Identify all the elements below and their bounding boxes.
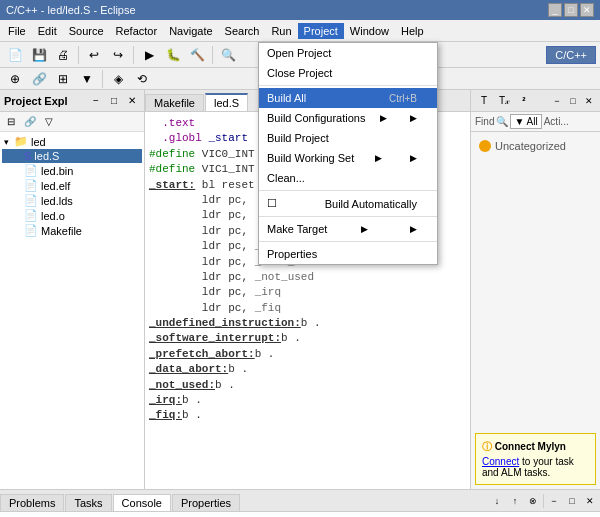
close-panel-button[interactable]: ✕: [124, 93, 140, 109]
tab-console[interactable]: Console: [113, 494, 171, 511]
file-makefile-icon: 📄: [24, 224, 38, 237]
tab-properties[interactable]: Properties: [172, 494, 240, 511]
close-button[interactable]: ✕: [580, 3, 594, 17]
build-working-set-label: Build Working Set: [267, 152, 354, 164]
menu-source[interactable]: Source: [63, 23, 110, 39]
menu-navigate[interactable]: Navigate: [163, 23, 218, 39]
debug-button[interactable]: 🐛: [162, 44, 184, 66]
menu-item-build-auto[interactable]: ☐ Build Automatically: [259, 193, 437, 214]
menu-item-build-all[interactable]: Build All Ctrl+B: [259, 88, 437, 108]
tb2-btn-1[interactable]: ⊕: [4, 68, 26, 90]
menu-edit[interactable]: Edit: [32, 23, 63, 39]
bottom-tabs: Problems Tasks Console Properties ↓ ↑ ⊗ …: [0, 490, 600, 512]
save-button[interactable]: 💾: [28, 44, 50, 66]
tb2-btn-5[interactable]: ◈: [107, 68, 129, 90]
perspective-button[interactable]: C/C++: [546, 46, 596, 64]
minimize-button[interactable]: _: [548, 3, 562, 17]
undo-button[interactable]: ↩: [83, 44, 105, 66]
console-content: C-Build [led] **** Build of configuratio…: [0, 512, 600, 517]
tree-label-led-bin: led.bin: [41, 165, 73, 177]
menu-item-make-target[interactable]: Make Target ▶: [259, 219, 437, 239]
build-configurations-label: Build Configurations: [267, 112, 365, 124]
tree-item-led-elf[interactable]: 📄 led.elf: [2, 178, 142, 193]
toolbar-separator-1: [78, 46, 79, 64]
menu-search[interactable]: Search: [219, 23, 266, 39]
tb2-btn-6[interactable]: ⟲: [131, 68, 153, 90]
menu-item-close-project[interactable]: Close Project: [259, 63, 437, 83]
project-dropdown-menu[interactable]: Open Project Close Project Build All Ctr…: [258, 42, 438, 265]
right-panel-content: Uncategorized: [471, 132, 600, 429]
menu-item-build-project[interactable]: Build Project: [259, 128, 437, 148]
close-project-label: Close Project: [267, 67, 332, 79]
tree-item-led-lds[interactable]: 📄 led.lds: [2, 193, 142, 208]
tab-led-s[interactable]: led.S: [205, 93, 248, 111]
maximize-button[interactable]: □: [564, 3, 578, 17]
menu-refactor[interactable]: Refactor: [110, 23, 164, 39]
run-button[interactable]: ▶: [138, 44, 160, 66]
bottom-close-button[interactable]: ✕: [582, 493, 598, 509]
tab-tasks[interactable]: Tasks: [65, 494, 111, 511]
project-explorer-title: Project Expl: [4, 95, 68, 107]
tree-item-led-bin[interactable]: 📄 led.bin: [2, 163, 142, 178]
project-tree[interactable]: ▾ 📁 led S led.S 📄 led.bin 📄 led.elf: [0, 132, 144, 489]
build-button[interactable]: 🔨: [186, 44, 208, 66]
bottom-down-button[interactable]: ↓: [489, 493, 505, 509]
collapse-all-button[interactable]: ⊟: [2, 113, 20, 131]
window-controls[interactable]: _ □ ✕: [548, 3, 594, 17]
editor-line-13: ldr pc, _irq: [149, 285, 466, 300]
bottom-clear-button[interactable]: ⊗: [525, 493, 541, 509]
menu-run[interactable]: Run: [265, 23, 297, 39]
redo-button[interactable]: ↪: [107, 44, 129, 66]
tb2-btn-3[interactable]: ⊞: [52, 68, 74, 90]
build-working-set-arrow: ▶: [375, 153, 382, 163]
tree-item-makefile[interactable]: 📄 Makefile: [2, 223, 142, 238]
menu-file[interactable]: File: [2, 23, 32, 39]
editor-line-21: _irq:b .: [149, 393, 466, 408]
tree-item-led-root[interactable]: ▾ 📁 led: [2, 134, 142, 149]
rp-min-button[interactable]: −: [550, 94, 564, 108]
rp-tx-icon[interactable]: T𝓍: [495, 92, 513, 110]
tree-item-led-o[interactable]: 📄 led.o: [2, 208, 142, 223]
bottom-up-button[interactable]: ↑: [507, 493, 523, 509]
menu-window[interactable]: Window: [344, 23, 395, 39]
bottom-min-button[interactable]: −: [546, 493, 562, 509]
connect-mylyn-panel: ⓘ Connect Mylyn Connect to your task and…: [475, 433, 596, 485]
build-configurations-arrow: ▶: [380, 113, 387, 123]
tree-label-makefile: Makefile: [41, 225, 82, 237]
rp-max-button[interactable]: □: [566, 94, 580, 108]
tb2-btn-4[interactable]: ▼: [76, 68, 98, 90]
editor-line-17: _software_interrupt:b .: [149, 331, 466, 346]
menu-item-clean[interactable]: Clean...: [259, 168, 437, 188]
bottom-max-button[interactable]: □: [564, 493, 580, 509]
tab-problems[interactable]: Problems: [0, 494, 64, 511]
minimize-panel-button[interactable]: −: [88, 93, 104, 109]
new-button[interactable]: 📄: [4, 44, 26, 66]
rp-t-icon[interactable]: T: [475, 92, 493, 110]
make-target-label: Make Target: [267, 223, 327, 235]
menu-separator-4: [259, 241, 437, 242]
menu-item-build-working-set[interactable]: Build Working Set ▶: [259, 148, 437, 168]
tb2-btn-2[interactable]: 🔗: [28, 68, 50, 90]
maximize-panel-button[interactable]: □: [106, 93, 122, 109]
connect-mylyn-icon-row: ⓘ Connect Mylyn: [482, 440, 589, 454]
menu-item-build-configurations[interactable]: Build Configurations ▶: [259, 108, 437, 128]
rp-sup-icon[interactable]: ²: [515, 92, 533, 110]
search-button[interactable]: 🔍: [217, 44, 239, 66]
filter-button[interactable]: ▽: [40, 113, 58, 131]
build-all-label: Build All: [267, 92, 306, 104]
menu-help[interactable]: Help: [395, 23, 430, 39]
filter-all-button[interactable]: ▼ All: [510, 114, 541, 129]
menu-item-properties[interactable]: Properties: [259, 244, 437, 264]
print-button[interactable]: 🖨: [52, 44, 74, 66]
tree-label-led-elf: led.elf: [41, 180, 70, 192]
link-button[interactable]: 🔗: [21, 113, 39, 131]
rp-close-button[interactable]: ✕: [582, 94, 596, 108]
tab-makefile[interactable]: Makefile: [145, 94, 204, 111]
uncategorized-icon: [479, 140, 491, 152]
connect-mylyn-title: Connect Mylyn: [495, 441, 566, 452]
tree-item-led-s[interactable]: S led.S: [2, 149, 142, 163]
project-explorer-panel: Project Expl − □ ✕ ⊟ 🔗 ▽ ▾ 📁 led S led.S: [0, 90, 145, 489]
menu-item-open-project[interactable]: Open Project: [259, 43, 437, 63]
connect-link[interactable]: Connect: [482, 456, 519, 467]
menu-project[interactable]: Project: [298, 23, 344, 39]
